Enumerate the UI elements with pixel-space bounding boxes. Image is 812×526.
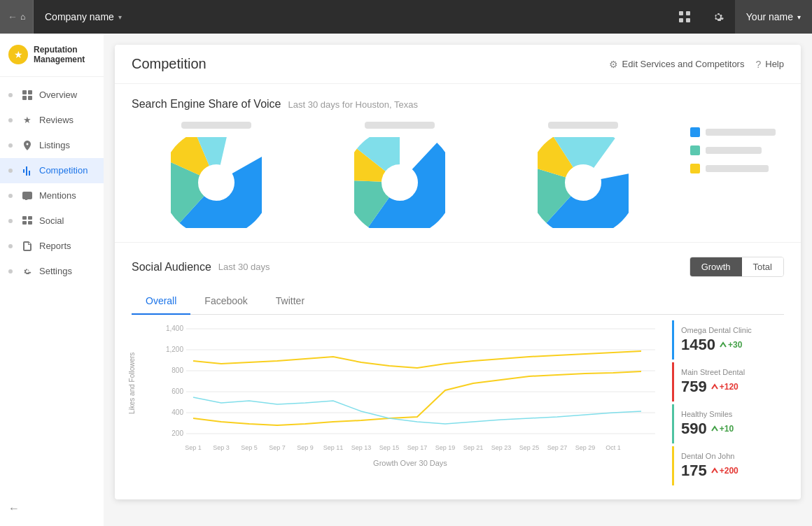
legend-text-placeholder [706, 165, 769, 172]
svg-rect-4 [22, 90, 27, 94]
tab-overall[interactable]: Overall [132, 288, 190, 315]
sidebar-nav: Overview ★ Reviews Listings Competition [0, 77, 104, 491]
sidebar-item-competition[interactable]: Competition [0, 158, 104, 183]
nav-right-section: Your name ▾ [668, 0, 812, 34]
expand-dot-icon [8, 269, 13, 273]
expand-dot-icon [8, 118, 13, 122]
apps-grid-button[interactable] [668, 0, 701, 34]
social-section-header: Social Audience Last 30 days Growth Tota… [132, 257, 784, 277]
back-arrow-icon: ← [8, 11, 18, 22]
sidebar-item-settings[interactable]: Settings [0, 259, 104, 284]
stat-change-healthy: +10 [711, 424, 734, 434]
sidebar-social-label: Social [39, 215, 64, 226]
brand-star-icon: ★ [8, 45, 28, 64]
svg-text:Sep 25: Sep 25 [519, 444, 540, 451]
stat-name-dental: Dental On John [681, 452, 784, 460]
social-title-group: Social Audience Last 30 days [132, 261, 270, 273]
brand-name-label: Reputation Management [34, 45, 95, 65]
chart-legend [682, 122, 784, 179]
pie-chart-1 [132, 122, 301, 228]
user-menu-button[interactable]: Your name ▾ [735, 0, 812, 34]
sidebar-item-reviews[interactable]: ★ Reviews [0, 108, 104, 133]
sidebar-item-mentions[interactable]: Mentions [0, 183, 104, 208]
svg-text:Sep 27: Sep 27 [547, 444, 568, 451]
edit-services-button[interactable]: ⚙ Edit Services and Competitors [609, 59, 745, 70]
sidebar-item-listings[interactable]: Listings [0, 133, 104, 158]
stat-value-healthy: 590 +10 [681, 420, 784, 438]
svg-text:Sep 9: Sep 9 [297, 444, 314, 451]
stat-item-omega: Omega Dental Clinic 1450 +30 [672, 320, 784, 360]
sidebar: ★ Reputation Management Overview ★ Revie… [0, 34, 104, 526]
back-button[interactable]: ← ⌂ [0, 0, 34, 34]
sidebar-brand: ★ Reputation Management [0, 34, 104, 77]
tab-facebook[interactable]: Facebook [190, 288, 261, 315]
stat-name-omega: Omega Dental Clinic [681, 326, 784, 334]
line-chart-area: Likes and Followers 1,400 1,200 800 600 … [132, 320, 661, 485]
sidebar-item-overview[interactable]: Overview [0, 83, 104, 108]
help-circle-icon: ? [755, 59, 761, 70]
stat-value-omega: 1450 +30 [681, 336, 784, 354]
sidebar-item-social[interactable]: Social [0, 208, 104, 234]
stat-item-mainstreet: Main Street Dental 759 +120 [672, 362, 784, 401]
legend-color-teal [690, 145, 700, 155]
svg-rect-2 [679, 18, 683, 22]
stat-value-dental: 175 +200 [681, 462, 784, 480]
page-header-actions: ⚙ Edit Services and Competitors ? Help [609, 59, 784, 70]
line-chart-container: Likes and Followers 1,400 1,200 800 600 … [132, 320, 784, 485]
svg-text:800: 800 [172, 367, 183, 374]
svg-text:Sep 1: Sep 1 [185, 444, 202, 451]
svg-rect-0 [679, 11, 683, 15]
chart-label-placeholder [181, 122, 251, 129]
sidebar-overview-label: Overview [39, 90, 77, 100]
expand-dot-icon [8, 194, 13, 198]
company-name-label: Company name [45, 11, 114, 22]
pie-chart-3 [498, 122, 668, 228]
total-toggle-button[interactable]: Total [742, 257, 783, 276]
sidebar-item-reports[interactable]: Reports [0, 234, 104, 259]
svg-text:400: 400 [172, 408, 183, 416]
back-arrow-icon: ← [8, 502, 20, 515]
share-of-voice-section: Search Engine Share of Voice Last 30 day… [115, 84, 801, 243]
tab-twitter[interactable]: Twitter [262, 288, 318, 315]
pie-chart-svg-1 [171, 137, 262, 228]
listings-icon [21, 139, 34, 152]
expand-dot-icon [8, 219, 13, 223]
growth-toggle-button[interactable]: Growth [690, 257, 742, 276]
overview-icon [21, 89, 34, 101]
sidebar-listings-label: Listings [39, 140, 70, 150]
legend-text-placeholder [706, 147, 762, 154]
svg-rect-9 [28, 216, 32, 220]
stat-item-dental: Dental On John 175 +200 [672, 446, 784, 485]
stat-change-mainstreet: +120 [711, 382, 738, 392]
svg-text:Sep 13: Sep 13 [351, 444, 372, 451]
stats-panel: Omega Dental Clinic 1450 +30 Main Street… [672, 320, 784, 485]
pie-chart-2 [315, 122, 484, 228]
svg-rect-8 [22, 216, 27, 220]
svg-text:200: 200 [172, 429, 183, 437]
svg-text:Sep 11: Sep 11 [323, 444, 344, 451]
mentions-icon [21, 190, 34, 202]
line-chart-svg: 1,400 1,200 800 600 400 200 [160, 320, 661, 453]
svg-text:Sep 17: Sep 17 [407, 444, 428, 451]
section-header: Search Engine Share of Voice Last 30 day… [132, 98, 784, 111]
svg-text:1,400: 1,400 [166, 325, 183, 332]
sov-section-subtitle: Last 30 days for Houston, Texas [288, 99, 417, 110]
social-section-title: Social Audience [132, 261, 211, 273]
social-icon [21, 215, 34, 227]
reviews-icon: ★ [21, 114, 34, 127]
sidebar-back-button[interactable]: ← [0, 491, 104, 526]
svg-text:Sep 21: Sep 21 [463, 444, 484, 451]
company-selector[interactable]: Company name ▾ [34, 0, 133, 34]
svg-text:600: 600 [172, 388, 183, 395]
legend-item-yellow [690, 164, 776, 173]
help-button[interactable]: ? Help [755, 59, 784, 70]
svg-rect-1 [686, 11, 690, 15]
svg-rect-5 [28, 90, 32, 94]
svg-text:Sep 19: Sep 19 [435, 444, 456, 451]
sidebar-settings-label: Settings [39, 266, 72, 276]
legend-item-teal [690, 145, 776, 155]
sidebar-reports-label: Reports [39, 241, 71, 251]
settings-gear-button[interactable] [701, 0, 735, 34]
sidebar-mentions-label: Mentions [39, 190, 76, 201]
main-content: Competition ⚙ Edit Services and Competit… [104, 34, 812, 526]
